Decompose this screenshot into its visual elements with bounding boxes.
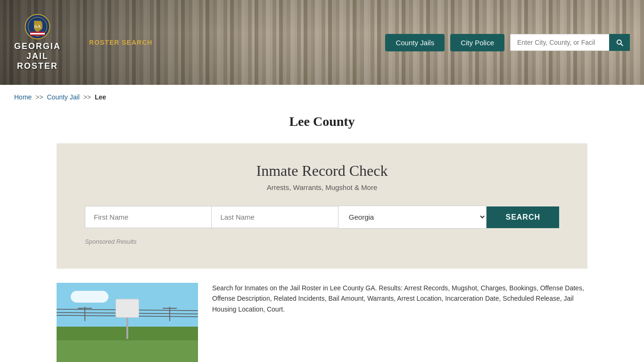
county-jails-button[interactable]: County Jails <box>385 34 445 51</box>
logo-line3: ROSTER <box>17 61 58 71</box>
first-name-input[interactable] <box>85 206 212 228</box>
roster-search-nav[interactable]: ROSTER SEARCH <box>89 39 152 46</box>
ground-decoration <box>57 340 198 362</box>
header-search <box>510 34 630 51</box>
breadcrumb: Home >> County Jail >> Lee <box>0 85 644 109</box>
header-actions: County Jails City Police <box>385 34 630 51</box>
site-logo[interactable]: GA GEORGIA JAIL ROSTER <box>14 14 61 71</box>
svg-text:GA: GA <box>34 24 41 29</box>
sponsored-label: Sponsored Results <box>85 238 559 245</box>
svg-rect-4 <box>30 33 45 34</box>
inmate-section-title: Inmate Record Check <box>85 162 559 180</box>
inmate-search-section: Inmate Record Check Arrests, Warrants, M… <box>57 143 587 269</box>
cloud-decoration <box>71 291 108 303</box>
breadcrumb-sep1: >> <box>35 93 43 101</box>
breadcrumb-county-jail[interactable]: County Jail <box>47 93 80 101</box>
breadcrumb-sep2: >> <box>83 93 91 101</box>
logo-line2: JAIL <box>26 51 49 61</box>
county-image <box>57 283 198 362</box>
city-police-button[interactable]: City Police <box>450 34 504 51</box>
inmate-section-subtitle: Arrests, Warrants, Mugshot & More <box>85 183 559 191</box>
search-icon <box>615 38 624 47</box>
header: GA GEORGIA JAIL ROSTER ROSTER SEARCH Cou… <box>0 0 644 85</box>
bottom-content: Search for Inmates on the Jail Roster in… <box>57 283 587 362</box>
svg-rect-3 <box>30 32 45 33</box>
page-title: Lee County <box>0 114 644 129</box>
breadcrumb-home[interactable]: Home <box>14 93 32 101</box>
inmate-search-button[interactable]: SEARCH <box>487 206 559 228</box>
breadcrumb-current: Lee <box>95 93 106 101</box>
header-search-button[interactable] <box>609 34 630 51</box>
county-description: Search for Inmates on the Jail Roster in… <box>212 283 587 362</box>
georgia-seal-icon: GA <box>25 14 50 40</box>
state-select[interactable]: Georgia Alabama Florida Tennessee North … <box>339 206 487 229</box>
inmate-search-form: Georgia Alabama Florida Tennessee North … <box>85 206 559 229</box>
water-tower-decoration <box>116 299 139 339</box>
header-search-input[interactable] <box>510 34 609 51</box>
logo-line1: GEORGIA <box>14 41 61 51</box>
svg-rect-5 <box>30 34 45 36</box>
last-name-input[interactable] <box>212 206 338 228</box>
